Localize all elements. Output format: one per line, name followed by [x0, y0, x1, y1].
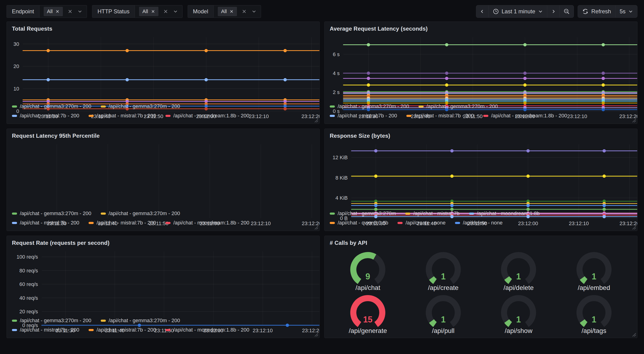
legend-item[interactable]: /api/chat - mistral:7b - 200 — [88, 111, 156, 120]
gauge-label: /api/create — [428, 284, 458, 291]
legend-item[interactable]: /api/chat - moondream:1.8b — [469, 209, 540, 218]
refresh-interval-button[interactable]: 5s — [616, 5, 637, 18]
refresh-button[interactable]: Refresh — [578, 5, 616, 18]
chevron-down-icon[interactable] — [252, 9, 256, 14]
svg-text:80 req/s: 80 req/s — [20, 268, 38, 273]
legend-series-color-chip — [166, 222, 170, 224]
panel-resize-handle[interactable] — [313, 332, 318, 337]
svg-text:30: 30 — [14, 41, 19, 47]
legend-item[interactable]: /api/chat - mistral:7b - 200 — [88, 325, 156, 334]
panel-average-request-latency: Average Request Latency (seconds) 0 s2 s… — [324, 22, 638, 124]
chevron-down-icon[interactable] — [173, 9, 178, 14]
legend-item[interactable]: /api/chat - gemma3:270m - 200 — [12, 316, 91, 325]
chip-remove-icon[interactable] — [151, 9, 155, 14]
panel-header[interactable]: Request Rate (requests per second) — [7, 236, 320, 247]
panel-header[interactable]: Total Requests — [7, 22, 320, 33]
legend-item[interactable]: /api/chat - gemma3:270m - 200 — [418, 102, 498, 111]
legend-series-label: /api/chat - mistral:7b — [413, 209, 460, 218]
legend-item[interactable]: /api/chat - gemma3:270m - 200 — [330, 102, 409, 111]
time-shift-forward-button[interactable] — [547, 5, 560, 18]
filter-http-status-chip[interactable]: All — [139, 7, 158, 16]
panel-request-rate: Request Rate (requests per second) 0 req… — [6, 236, 320, 338]
legend-item[interactable]: /api/chat - gemma3:270m — [330, 209, 396, 218]
legend-series-label: /api/chat - gemma3:270m - 200 — [426, 102, 498, 111]
legend-item[interactable]: /api/chat - mistral:7b — [405, 209, 460, 218]
legend-item[interactable]: /api/chat - moondream:1.8b - 200 — [483, 111, 567, 120]
filter-http-status-label: HTTP Status — [92, 5, 135, 18]
zoom-out-button[interactable] — [560, 5, 574, 18]
legend-item[interactable]: /api/chat - mistral:7b - 200 — [12, 325, 79, 334]
legend-series-label: /api/chat - moondream:1.8b - 200 — [174, 325, 249, 334]
filter-model-chip[interactable]: All — [218, 7, 237, 16]
gauge-value: 1 — [592, 272, 596, 281]
filter-bar: Endpoint All HTTP Status All — [6, 5, 261, 18]
gauge-value: 1 — [441, 272, 446, 281]
svg-text:4 KiB: 4 KiB — [335, 195, 348, 201]
gauge-api-show: 1/api/show — [481, 291, 556, 334]
panel-resize-handle[interactable] — [313, 225, 318, 230]
legend-row: /api/chat - mistral:7b - 200/api/chat - … — [330, 111, 632, 120]
filter-clear-icon[interactable] — [242, 9, 247, 14]
legend-series-label: /api/chat - gemma3:270m - 200 — [109, 316, 180, 325]
legend-item[interactable]: /api/chat - gemma3:270m - 200 — [12, 209, 91, 218]
legend-series-label: /api/chat - mistral:7b - 200 — [20, 325, 79, 334]
legend-series-color-chip — [330, 115, 335, 117]
filter-clear-icon[interactable] — [68, 9, 73, 14]
panel-header[interactable]: Average Request Latency (seconds) — [324, 22, 637, 33]
panel-resize-handle[interactable] — [313, 118, 318, 123]
gauge-label: /api/generate — [349, 327, 387, 334]
legend-series-label: /api/chat - moondream:1.8b - 200 — [174, 111, 249, 120]
legend-series-color-chip — [12, 213, 17, 215]
chart-legend: /api/chat - gemma3:270m/api/chat - mistr… — [324, 208, 637, 231]
time-shift-back-button[interactable] — [476, 5, 488, 18]
chevron-down-icon[interactable] — [77, 9, 82, 14]
legend-item[interactable]: /api/chat - mistral:7b - 200 — [12, 218, 79, 227]
legend-series-label: /api/chat - gemma3:270m — [338, 209, 396, 218]
filter-model-value[interactable]: All — [214, 5, 261, 18]
legend-item[interactable]: /api/chat - gemma3:270m - 200 — [12, 102, 91, 111]
filter-endpoint-value[interactable]: All — [40, 5, 87, 18]
legend-item[interactable]: /api/chat - moondream:1.8b - 200 — [166, 325, 249, 334]
legend-series-label: /api/chat - gemma3:270m - 200 — [109, 209, 180, 218]
legend-series-label: /api/chat - gemma3:270m - 200 — [109, 102, 180, 111]
filter-endpoint-chip[interactable]: All — [44, 7, 63, 16]
gauge-label: /api/delete — [504, 284, 534, 291]
panel-title: Request Rate (requests per second) — [12, 240, 110, 246]
legend-series-color-chip — [330, 222, 335, 224]
legend-item[interactable]: /api/chat - qwen3:0.6b — [330, 218, 388, 227]
filter-http-status-value[interactable]: All — [135, 5, 182, 18]
time-range-picker-button[interactable]: Last 1 minute — [488, 5, 547, 18]
panel-resize-handle[interactable] — [631, 332, 636, 337]
legend-item[interactable]: /api/delete - none — [455, 218, 503, 227]
legend-item[interactable]: /api/chat - mistral:7b - 200 — [12, 111, 79, 120]
chart-legend: /api/chat - gemma3:270m - 200/api/chat -… — [324, 101, 637, 124]
panel-header[interactable]: # Calls by API — [324, 236, 637, 247]
panel-title: Request Latency 95th Percentile — [12, 133, 100, 139]
legend-row: /api/chat - gemma3:270m - 200/api/chat -… — [12, 209, 314, 218]
legend-item[interactable]: /api/chat - moondream:1.8b - 200 — [166, 218, 249, 227]
panel-header[interactable]: Request Latency 95th Percentile — [7, 129, 320, 140]
legend-item[interactable]: /api/create - none — [398, 218, 446, 227]
legend-series-label: /api/chat - moondream:1.8b - 200 — [174, 218, 249, 227]
chip-remove-icon[interactable] — [56, 9, 60, 14]
panel-header[interactable]: Response Size (bytes) — [324, 129, 637, 140]
chip-remove-icon[interactable] — [230, 9, 234, 14]
legend-item[interactable]: /api/chat - gemma3:270m - 200 — [101, 316, 180, 325]
legend-series-color-chip — [101, 213, 106, 215]
svg-text:12 KiB: 12 KiB — [332, 155, 348, 160]
filter-clear-icon[interactable] — [163, 9, 168, 14]
svg-text:60 req/s: 60 req/s — [20, 281, 38, 287]
legend-series-label: /api/chat - gemma3:270m - 200 — [20, 316, 91, 325]
panel-resize-handle[interactable] — [631, 118, 636, 123]
legend-series-label: /api/chat - gemma3:270m - 200 — [20, 209, 91, 218]
legend-item[interactable]: /api/chat - gemma3:270m - 200 — [101, 102, 180, 111]
legend-item[interactable]: /api/chat - gemma3:270m - 200 — [101, 209, 180, 218]
legend-item[interactable]: /api/chat - mistral:7b - 200 — [330, 111, 397, 120]
legend-item[interactable]: /api/chat - mistral:7b - 200 — [406, 111, 474, 120]
chevron-left-icon — [480, 9, 485, 14]
svg-text:40 req/s: 40 req/s — [20, 295, 38, 301]
panel-resize-handle[interactable] — [631, 225, 636, 230]
legend-item[interactable]: /api/chat - moondream:1.8b - 200 — [166, 111, 249, 120]
panel-request-latency-95th: Request Latency 95th Percentile 23:11:30… — [6, 129, 320, 231]
legend-item[interactable]: /api/chat - mistral:7b - 200 — [88, 218, 156, 227]
